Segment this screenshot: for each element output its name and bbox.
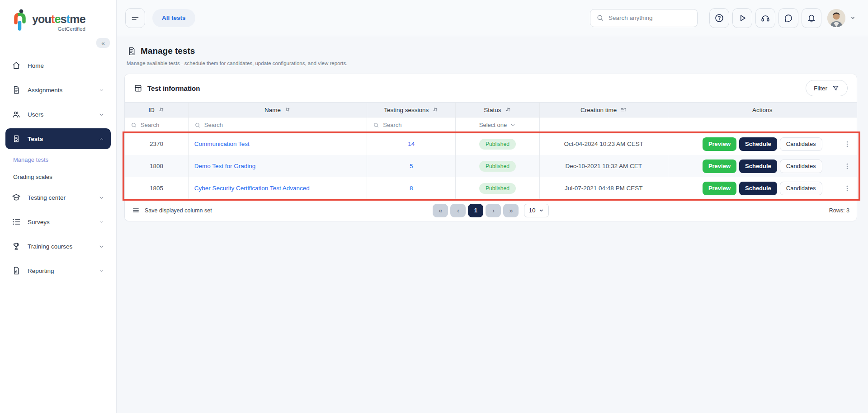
- search-input-id[interactable]: [141, 122, 182, 128]
- sidebar-item-tests[interactable]: Tests: [5, 128, 111, 149]
- testing-sessions-link[interactable]: 8: [410, 185, 413, 192]
- save-column-set-button[interactable]: Save displayed column set: [132, 206, 433, 214]
- users-icon: [12, 110, 21, 119]
- funnel-icon: [832, 84, 840, 92]
- training-courses-icon: [12, 242, 21, 251]
- brand-logo: youtestme GetCertified: [0, 0, 116, 33]
- brand-letter: m: [70, 13, 79, 25]
- chat-button[interactable]: [778, 8, 798, 28]
- assignments-icon: [12, 85, 21, 94]
- sidebar-item-label: Surveys: [28, 219, 50, 225]
- sidebar-collapse-button[interactable]: «: [96, 38, 110, 48]
- pagination-next-button[interactable]: ›: [486, 204, 501, 217]
- search-icon: [373, 122, 379, 128]
- chevron-up-icon: [99, 136, 104, 142]
- help-button[interactable]: [709, 8, 729, 28]
- cell-actions: PreviewScheduleCandidates: [668, 177, 857, 199]
- status-filter-select[interactable]: Select one: [456, 117, 540, 133]
- test-name-link[interactable]: Communication Test: [194, 141, 250, 147]
- row-menu-kebab-icon[interactable]: [843, 140, 851, 148]
- filter-button[interactable]: Filter: [806, 80, 848, 96]
- preview-button[interactable]: Preview: [703, 137, 736, 151]
- candidates-button[interactable]: Candidates: [780, 137, 822, 151]
- chat-icon: [783, 13, 793, 23]
- column-label: Name: [264, 107, 281, 113]
- column-header-name[interactable]: Name: [189, 102, 368, 117]
- column-header-testing-sessions[interactable]: Testing sessions: [367, 102, 456, 117]
- reporting-icon: [12, 266, 21, 275]
- sidebar-item-training-courses[interactable]: Training courses: [5, 236, 111, 257]
- row-menu-kebab-icon[interactable]: [843, 184, 851, 192]
- cell-status: Published: [456, 177, 540, 199]
- schedule-button[interactable]: Schedule: [739, 182, 777, 195]
- sidebar-toggle-button[interactable]: [125, 8, 145, 28]
- sidebar-item-label: Users: [28, 111, 43, 118]
- help-icon: [714, 13, 724, 23]
- user-menu-caret[interactable]: [849, 14, 856, 21]
- preview-button[interactable]: Preview: [703, 182, 736, 195]
- chevron-down-icon: [99, 244, 104, 249]
- testing-sessions-link[interactable]: 5: [410, 163, 413, 169]
- cell-id: 1805: [125, 177, 189, 199]
- sidebar-subitem-grading-scales[interactable]: Grading scales: [5, 169, 111, 185]
- surveys-icon: [12, 217, 21, 226]
- cell-testing-sessions: 8: [367, 177, 456, 199]
- bell-button[interactable]: [802, 8, 821, 28]
- sidebar-subitem-manage-tests[interactable]: Manage tests: [5, 151, 111, 168]
- tab-all-tests[interactable]: All tests: [152, 9, 195, 27]
- brand-letter: u: [45, 13, 51, 25]
- page-subtitle: Manage available tests - schedule them f…: [127, 61, 857, 66]
- app-window: youtestme GetCertified « HomeAssignments…: [0, 0, 868, 413]
- page-size-select[interactable]: 10: [524, 204, 548, 217]
- test-name-link[interactable]: Demo Test for Grading: [194, 163, 256, 169]
- pagination-page-1-button[interactable]: 1: [468, 204, 483, 217]
- headset-button[interactable]: [755, 8, 775, 28]
- brand-letter: t: [51, 13, 55, 25]
- column-header-creation-time[interactable]: Creation time: [540, 102, 668, 117]
- sidebar-item-label: Assignments: [28, 87, 62, 94]
- pagination-first-button[interactable]: «: [433, 204, 448, 217]
- preview-button[interactable]: Preview: [703, 160, 736, 173]
- brand-logo-icon: [13, 9, 28, 33]
- sort-asc-icon: [620, 107, 627, 113]
- sidebar-item-surveys[interactable]: Surveys: [5, 211, 111, 232]
- search-input-testing-sessions[interactable]: [383, 122, 449, 128]
- column-header-status[interactable]: Status: [456, 102, 540, 117]
- global-search-input[interactable]: [609, 14, 691, 21]
- schedule-button[interactable]: Schedule: [739, 160, 777, 173]
- sidebar-item-home[interactable]: Home: [5, 55, 111, 76]
- chevron-down-icon: [849, 14, 856, 21]
- testing-sessions-link[interactable]: 14: [408, 141, 415, 147]
- row-menu-kebab-icon[interactable]: [843, 162, 851, 170]
- chevron-down-icon: [99, 195, 104, 201]
- cell-actions: PreviewScheduleCandidates: [668, 133, 857, 155]
- sidebar-item-reporting[interactable]: Reporting: [5, 260, 111, 281]
- cell-creation-time: Oct-04-2024 10:23 AM CEST: [540, 133, 668, 155]
- test-name-link[interactable]: Cyber Security Certification Test Advanc…: [194, 185, 310, 192]
- testing-center-icon: [12, 193, 21, 202]
- column-header-id[interactable]: ID: [125, 102, 189, 117]
- table-row: 1805Cyber Security Certification Test Ad…: [125, 177, 857, 199]
- sidebar-item-testing-center[interactable]: Testing center: [5, 187, 111, 208]
- schedule-button[interactable]: Schedule: [739, 137, 777, 151]
- pagination-last-button[interactable]: »: [503, 204, 519, 217]
- assignments-icon: [12, 85, 21, 94]
- training-courses-icon: [12, 242, 21, 251]
- cell-id: 1808: [125, 155, 189, 177]
- sidebar-menu: HomeAssignmentsUsersTestsManage testsGra…: [0, 48, 116, 283]
- card-title-group: Test information: [134, 84, 200, 93]
- kebab-icon: [843, 140, 851, 148]
- search-input-name[interactable]: [204, 122, 361, 128]
- hamburger-icon: [130, 13, 140, 23]
- candidates-button[interactable]: Candidates: [780, 160, 822, 173]
- table-row: 2370Communication Test14PublishedOct-04-…: [125, 133, 857, 155]
- filter-button-label: Filter: [814, 85, 827, 92]
- sidebar-item-users[interactable]: Users: [5, 104, 111, 125]
- pagination-prev-button[interactable]: ‹: [450, 204, 466, 217]
- user-avatar[interactable]: [827, 9, 845, 27]
- sidebar-item-assignments[interactable]: Assignments: [5, 80, 111, 100]
- page-content: Manage tests Manage available tests - sc…: [117, 36, 868, 413]
- pagination: « ‹ 1 › » 10: [433, 204, 548, 217]
- candidates-button[interactable]: Candidates: [780, 182, 822, 195]
- play-button[interactable]: [732, 8, 752, 28]
